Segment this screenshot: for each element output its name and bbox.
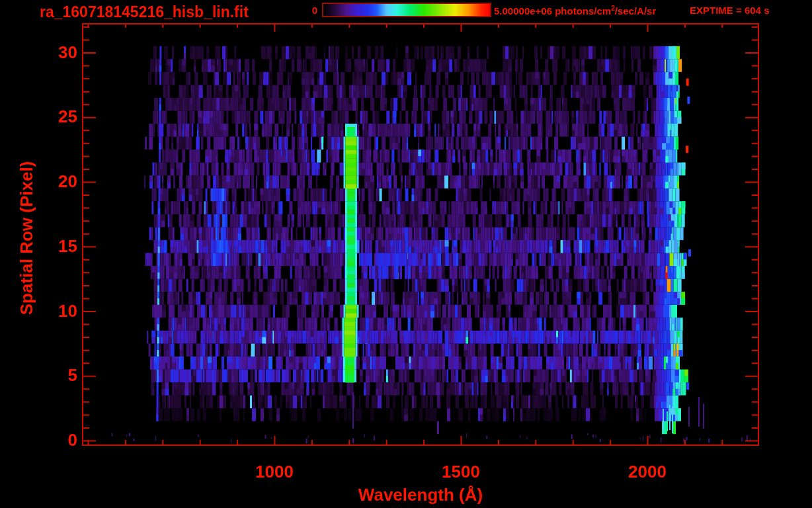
y-tick-label: 15 <box>0 237 77 255</box>
y-tick-label: 25 <box>0 108 77 125</box>
colorbar-units-suffix: /sec/A/sr <box>615 5 657 17</box>
plot-title: ra_160718145216_hisb_lin.fit <box>40 3 249 21</box>
colorbar-min-label: 0 <box>296 5 317 16</box>
spectrogram-canvas <box>0 0 812 508</box>
x-axis-title: Wavelength (Å) <box>321 485 520 505</box>
colorbar-gradient <box>323 4 490 16</box>
colorbar-units-prefix: photons/cm <box>552 5 611 17</box>
y-tick-label: 5 <box>0 366 77 384</box>
y-axis-title: Spatial Row (Pixel) <box>17 161 37 316</box>
x-tick-label: 1000 <box>228 463 321 480</box>
y-tick-label: 0 <box>0 431 77 448</box>
colorbar-max-label: 5.00000e+06 photons/cm2/sec/A/sr <box>494 5 656 17</box>
y-tick-label: 10 <box>0 302 77 319</box>
colorbar <box>322 3 491 17</box>
x-tick-label: 1500 <box>415 463 507 480</box>
y-tick-label: 20 <box>0 173 77 190</box>
idl-plot-window: ra_160718145216_hisb_lin.fit 0 5.00000e+… <box>0 0 812 508</box>
y-tick-label: 30 <box>0 44 77 61</box>
x-tick-label: 2000 <box>601 463 694 480</box>
exptime-label: EXPTIME = 604 s <box>690 5 769 16</box>
colorbar-max-value: 5.00000e+06 <box>494 5 552 17</box>
